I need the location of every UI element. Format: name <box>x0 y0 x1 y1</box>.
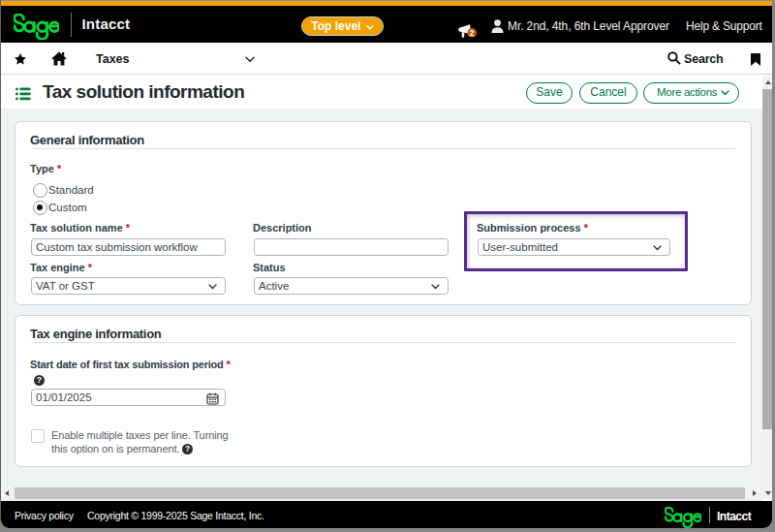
svg-text:?: ? <box>36 375 41 385</box>
svg-text:?: ? <box>185 445 190 454</box>
svg-text:2: 2 <box>470 28 475 38</box>
